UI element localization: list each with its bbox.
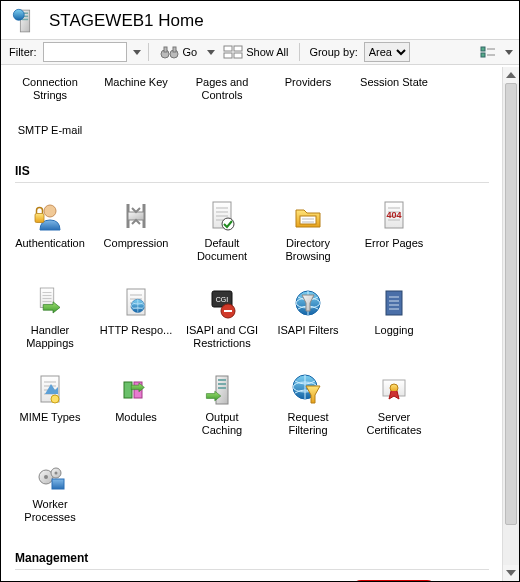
feature-label: Modules [115, 411, 157, 423]
feature-item[interactable]: Management Service [351, 580, 437, 581]
feature-label: HTTP Respo... [100, 324, 173, 336]
iis-manager-window: STAGEWEB1 Home Filter: Go Show All Group… [0, 0, 520, 582]
feature-item[interactable]: Error Pages [351, 193, 437, 268]
feature-item[interactable]: Connection Strings [7, 71, 93, 107]
feature-item[interactable]: Session State [351, 71, 437, 107]
feature-row: AuthenticationCompressionDefault Documen… [7, 189, 497, 537]
feature-label: Directory Browsing [285, 237, 330, 262]
icon-httpresp [118, 285, 154, 321]
feature-item[interactable]: Default Document [179, 193, 265, 268]
icon-reqfilter [290, 372, 326, 408]
filter-input[interactable] [43, 42, 127, 62]
icon-workers [32, 459, 68, 495]
filter-label: Filter: [7, 46, 39, 58]
filter-dropdown-icon[interactable] [133, 50, 141, 55]
feature-item[interactable]: IIS Manager Permissions [179, 580, 265, 581]
feature-item[interactable]: Providers [265, 71, 351, 107]
scroll-up-button[interactable] [503, 67, 519, 83]
vertical-scrollbar[interactable] [502, 67, 519, 581]
section-title: Management [15, 551, 497, 565]
toolbar: Filter: Go Show All Group by: Area [1, 39, 519, 65]
content-pane: Connection StringsMachine KeyPages and C… [1, 67, 503, 581]
feature-label: Authentication [15, 237, 85, 249]
show-all-icon [223, 45, 243, 59]
section-title: IIS [15, 164, 497, 178]
show-all-button[interactable]: Show All [219, 44, 292, 60]
scroll-thumb[interactable] [505, 83, 517, 525]
feature-label: Request Filtering [288, 411, 329, 436]
icon-errpages [376, 198, 412, 234]
feature-item[interactable]: Handler Mappings [7, 280, 93, 355]
page-title: STAGEWEB1 Home [49, 11, 204, 31]
feature-label: Session State [360, 76, 428, 88]
feature-label: Error Pages [365, 237, 424, 249]
feature-item[interactable]: ISAPI and CGI Restrictions [179, 280, 265, 355]
icon-auth [32, 198, 68, 234]
icon-isapifilter [290, 285, 326, 321]
view-list-icon [479, 45, 497, 59]
feature-item[interactable]: HTTP Respo... [93, 280, 179, 355]
feature-label: Worker Processes [24, 498, 75, 523]
feature-label: Output Caching [202, 411, 242, 436]
icon-defdoc [204, 198, 240, 234]
feature-item[interactable]: Pages and Controls [179, 71, 265, 107]
feature-item[interactable]: SMTP E-mail [7, 119, 93, 142]
feature-label: Compression [104, 237, 169, 249]
icon-logging [376, 285, 412, 321]
feature-label: Machine Key [104, 76, 168, 88]
feature-label: MIME Types [20, 411, 81, 423]
icon-handlers [32, 285, 68, 321]
view-mode-button[interactable] [475, 44, 501, 60]
feature-item[interactable]: ISAPI Filters [265, 280, 351, 355]
feature-item[interactable]: Modules [93, 367, 179, 442]
icon-certs [376, 372, 412, 408]
feature-label: Default Document [197, 237, 247, 262]
feature-item[interactable]: Compression [93, 193, 179, 268]
feature-label: ISAPI and CGI Restrictions [186, 324, 258, 349]
icon-compress [118, 198, 154, 234]
icon-outcache [204, 372, 240, 408]
go-dropdown-icon[interactable] [207, 50, 215, 55]
feature-item[interactable]: Feature Delegation [93, 580, 179, 581]
feature-row: Configuration EditorFeature DelegationII… [7, 576, 497, 581]
feature-label: ISAPI Filters [277, 324, 338, 336]
feature-item[interactable]: Output Caching [179, 367, 265, 442]
feature-item[interactable]: Logging [351, 280, 437, 355]
feature-label: SMTP E-mail [18, 124, 83, 136]
binoculars-icon [160, 45, 180, 59]
feature-label: Providers [285, 76, 331, 88]
feature-item[interactable]: Machine Key [93, 71, 179, 107]
go-button[interactable]: Go [156, 44, 202, 60]
feature-item[interactable]: Server Certificates [351, 367, 437, 442]
feature-item[interactable]: Configuration Editor [7, 580, 93, 581]
view-dropdown-icon[interactable] [505, 50, 513, 55]
feature-label: Pages and Controls [196, 76, 249, 101]
aspnet-row: Connection StringsMachine KeyPages and C… [7, 67, 497, 150]
feature-label: Handler Mappings [26, 324, 74, 349]
feature-item[interactable]: MIME Types [7, 367, 93, 442]
feature-item[interactable]: IIS Manager Users [265, 580, 351, 581]
server-home-icon [11, 7, 39, 35]
feature-label: Server Certificates [366, 411, 421, 436]
title-bar: STAGEWEB1 Home [1, 1, 519, 39]
icon-dirbrowse [290, 198, 326, 234]
feature-item[interactable]: Directory Browsing [265, 193, 351, 268]
groupby-label: Group by: [307, 46, 359, 58]
icon-isapicgi [204, 285, 240, 321]
feature-label: Logging [374, 324, 413, 336]
feature-label: Connection Strings [22, 76, 78, 101]
icon-modules [118, 372, 154, 408]
groupby-select[interactable]: Area [364, 42, 410, 62]
feature-item[interactable]: Worker Processes [7, 454, 93, 529]
feature-item[interactable]: Authentication [7, 193, 93, 268]
icon-mime [32, 372, 68, 408]
scroll-down-button[interactable] [503, 565, 519, 581]
feature-item[interactable]: Request Filtering [265, 367, 351, 442]
